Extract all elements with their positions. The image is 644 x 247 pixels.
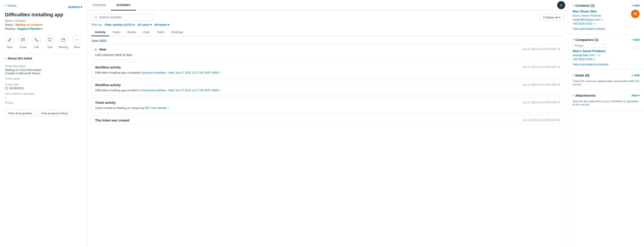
view-property-history-button[interactable]: View property history: [38, 110, 72, 117]
all-users-button[interactable]: All users ▾: [137, 23, 152, 26]
description-label: Ticket description: [5, 65, 82, 68]
contacts-section-header: ▾ Contacts (1) + Add: [572, 4, 640, 8]
workflow1-link[interactable]: Unnamed workflow - Wed Jan 27 2021 12:17…: [141, 71, 222, 74]
workflow2-body-prefix: Difficulties installing app enrolled in: [95, 88, 141, 92]
collapse-all-button[interactable]: Collapse all ▾: [540, 14, 564, 21]
meeting-icon: [59, 35, 68, 44]
companies-section-header: ▾ Companies (1) + Add: [572, 38, 640, 42]
search-box[interactable]: [91, 14, 154, 21]
main-tabs: Overview Activities »: [87, 0, 568, 10]
all-teams-button[interactable]: All teams ▾: [154, 23, 170, 26]
about-section-header[interactable]: ▾ About this ticket: [5, 56, 82, 60]
contact-info: Mun Shuen Wee Mun's Sweet Potatoes mwee@…: [572, 10, 603, 25]
copy-phone-icon[interactable]: ⧉: [593, 22, 595, 25]
contact-phone[interactable]: +65 9230-0103 ⧉: [572, 22, 603, 25]
attachments-chevron-icon: ▾: [572, 94, 574, 97]
note-icon: [5, 35, 14, 44]
email-button[interactable]: Email: [18, 35, 28, 49]
filter-by-label: Filter by:: [91, 23, 102, 26]
expand-button[interactable]: »: [557, 1, 565, 9]
call-button[interactable]: Call: [32, 35, 41, 49]
ticket-pipeline-row: Pipeline: Support Pipeline ▾: [5, 27, 82, 30]
view-associated-contacts-link[interactable]: View associated contacts: [572, 27, 605, 30]
view-all-properties-button[interactable]: View all properties: [5, 110, 35, 117]
expand-panel-area: »: [554, 0, 568, 10]
attachments-add-link[interactable]: Add ▾: [632, 94, 640, 97]
deals-add-link[interactable]: + Add: [632, 74, 640, 77]
external-link-icon-3: ↗: [168, 107, 170, 110]
companies-section-title: ▾ Companies (1): [572, 38, 598, 42]
tab-overview[interactable]: Overview: [87, 0, 111, 10]
tab-activities[interactable]: Activities: [111, 0, 136, 10]
svg-rect-1: [48, 38, 52, 41]
task-button[interactable]: Task: [45, 35, 54, 49]
contact-email[interactable]: mwee@hubspot.com ⧉: [572, 18, 603, 21]
contact-name[interactable]: Mun Shuen Wee: [572, 10, 603, 13]
sub-tab-emails[interactable]: Emails: [124, 29, 140, 36]
ticket-created-title: This ticket was created: [95, 118, 129, 122]
note-expand-icon[interactable]: ▶: [95, 48, 97, 51]
call-icon: [32, 35, 41, 44]
company-phone[interactable]: +65 9230-0103 ⧉: [572, 58, 606, 61]
left-panel: < Tickets Actions ▾ Difficulties install…: [0, 0, 87, 247]
copy-company-phone-icon[interactable]: ⧉: [593, 58, 595, 61]
ticket-created-timestamp: Jun 9, 2023 at 4:52 PM GMT+8: [522, 118, 560, 122]
note-card-title: ▶ Note: [95, 48, 106, 51]
sub-tab-meetings[interactable]: Meetings: [168, 29, 187, 36]
contact-row: Mun Shuen Wee Mun's Sweet Potatoes mwee@…: [572, 10, 640, 25]
sub-tab-calls[interactable]: Calls: [140, 29, 153, 36]
more-button[interactable]: More: [72, 35, 82, 49]
attachments-empty-text: See the files attached to your activitie…: [572, 100, 640, 106]
companies-add-link[interactable]: + Add: [632, 38, 640, 42]
ticket-activity-link[interactable]: View details ↗: [151, 106, 170, 110]
back-to-tickets[interactable]: < Tickets: [5, 4, 16, 8]
company-website[interactable]: sweetpotato.com ↗ ⧉: [572, 54, 606, 57]
contact-company: Mun's Sweet Potatoes: [572, 14, 603, 17]
search-input[interactable]: [99, 16, 151, 19]
copy-email-icon[interactable]: ⧉: [601, 18, 603, 21]
right-panel: ▾ Contacts (1) + Add Mun Shuen Wee Mun's…: [568, 0, 644, 247]
contact-avatar: H: [631, 10, 640, 18]
copy-website-icon[interactable]: ⧉: [598, 54, 600, 57]
bottom-buttons: View all properties View property histor…: [5, 110, 82, 117]
pipeline-value[interactable]: Support Pipeline ▾: [18, 27, 42, 30]
action-buttons-row: Note Email Call Task Meeting: [5, 35, 82, 49]
main-panel: Overview Activities » Collapse all ▾ Fil…: [87, 0, 568, 247]
status-value[interactable]: Waiting on contact ▾: [15, 23, 43, 26]
deals-empty-text: Track the revenue opportunities associat…: [572, 80, 640, 86]
attachments-section-header: ▾ Attachments Add ▾: [572, 94, 640, 97]
workflow2-card-title: Workflow activity: [95, 83, 121, 87]
sub-tab-activity[interactable]: Activity: [91, 29, 109, 36]
create-date-label: Create date: [5, 83, 82, 86]
workflow2-link[interactable]: Unnamed workflow - Wed Jan 27 2021 12:17…: [141, 88, 222, 92]
company-name[interactable]: Mun's Sweet Potatoes: [572, 49, 606, 53]
primary-badge: Primary: [572, 44, 606, 48]
activity-sub-tabs: Activity Notes Emails Calls Tasks Meetin…: [91, 29, 564, 36]
date-group-label: June 2023: [91, 39, 564, 42]
last-reply-label: Last customer reply date: [5, 92, 82, 95]
search-bar-row: Collapse all ▾: [91, 14, 564, 21]
sub-tab-tasks[interactable]: Tasks: [153, 29, 168, 36]
search-icon: [94, 16, 97, 19]
companies-section: ▾ Companies (1) + Add Primary Mun's Swee…: [568, 34, 644, 70]
activity-card-workflow-2: Workflow activity Jun 9, 2023 at 4:52 PM…: [91, 80, 564, 95]
note-button[interactable]: Note: [5, 35, 14, 49]
actions-button[interactable]: Actions ▾: [68, 5, 82, 9]
svg-point-9: [78, 40, 78, 40]
contacts-add-link[interactable]: + Add: [632, 4, 640, 7]
email-icon: [18, 35, 28, 44]
ticket-activity-title: Ticket activity: [95, 101, 116, 104]
activity-card-ticket-activity: Ticket activity Jun 9, 2023 at 4:52 PM G…: [91, 98, 564, 113]
filter-activity-button[interactable]: Filter activity (11/17) ▾: [105, 23, 135, 26]
status-label: Status:: [5, 23, 14, 26]
svg-rect-11: [5, 87, 8, 90]
ticket-activity-timestamp: Jun 9, 2023 at 4:52 PM GMT+8: [522, 101, 560, 104]
priority-label: Priority: [5, 101, 82, 104]
sub-tab-notes[interactable]: Notes: [109, 29, 124, 36]
view-associated-companies-link[interactable]: View associated companies: [572, 63, 608, 66]
company-actions-menu[interactable]: ⋮⋮: [632, 44, 640, 51]
meeting-button[interactable]: Meeting: [59, 35, 68, 49]
filter-row: Filter by: Filter activity (11/17) ▾ All…: [91, 23, 564, 26]
attachments-section-title: ▾ Attachments: [572, 94, 596, 97]
about-chevron-icon: ▾: [5, 57, 6, 60]
